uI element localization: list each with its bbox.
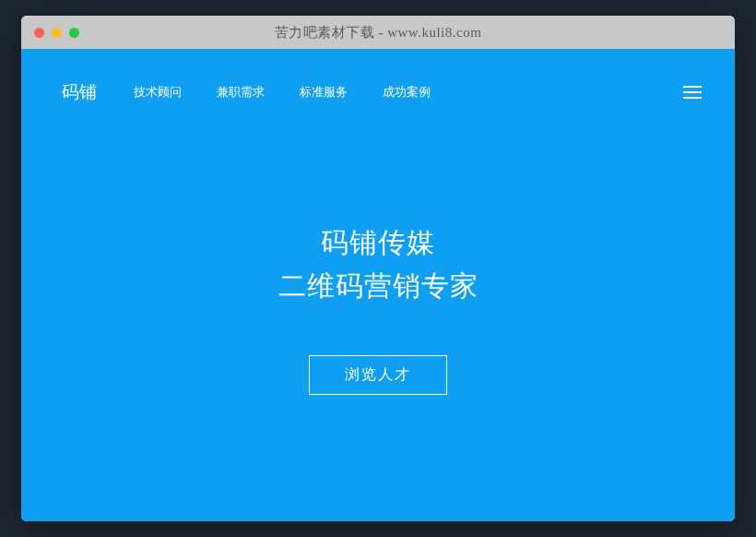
- minimize-icon[interactable]: [52, 28, 62, 38]
- nav-link-standard-service[interactable]: 标准服务: [300, 84, 348, 101]
- page-content: 码铺 技术顾问 兼职需求 标准服务 成功案例 码铺传媒 二维码营销专家 浏览人才: [21, 49, 735, 521]
- browser-window: 苦力吧素材下载 - www.kuli8.com 码铺 技术顾问 兼职需求 标准服…: [21, 16, 735, 521]
- hero-section: 码铺传媒 二维码营销专家 浏览人才: [21, 113, 735, 521]
- navbar: 码铺 技术顾问 兼职需求 标准服务 成功案例: [21, 49, 735, 113]
- hero-title-line1: 码铺传媒: [278, 221, 478, 265]
- nav-link-success-cases[interactable]: 成功案例: [383, 84, 431, 101]
- close-icon[interactable]: [34, 28, 44, 38]
- browse-talent-button[interactable]: 浏览人才: [309, 355, 447, 395]
- hamburger-menu-icon[interactable]: [683, 86, 702, 99]
- logo[interactable]: 码铺: [62, 80, 97, 104]
- title-bar: 苦力吧素材下载 - www.kuli8.com: [21, 16, 735, 49]
- nav-links: 技术顾问 兼职需求 标准服务 成功案例: [134, 84, 431, 101]
- maximize-icon[interactable]: [69, 28, 79, 38]
- hero-title: 码铺传媒 二维码营销专家: [278, 221, 478, 307]
- window-title: 苦力吧素材下载 - www.kuli8.com: [21, 24, 735, 42]
- traffic-lights: [34, 28, 79, 38]
- nav-link-parttime-demand[interactable]: 兼职需求: [217, 84, 265, 101]
- hero-title-line2: 二维码营销专家: [278, 265, 478, 308]
- nav-link-tech-consultant[interactable]: 技术顾问: [134, 84, 182, 101]
